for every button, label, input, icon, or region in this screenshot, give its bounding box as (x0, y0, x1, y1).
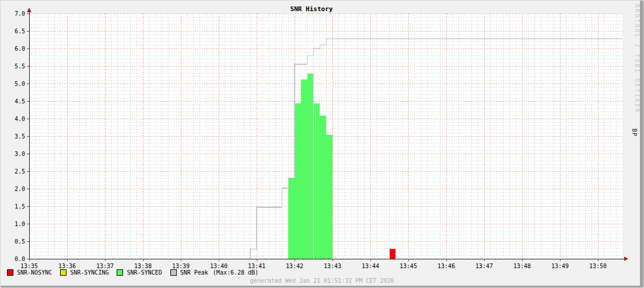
panel-edge-right (640, 1, 643, 287)
legend-label: SNR Peak (180, 269, 208, 276)
y-tick-label: 4.5 (15, 98, 25, 105)
rrdtool-graph-panel: SNR History 13:3513:3613:3713:3813:3913:… (0, 0, 644, 288)
x-tick-label: 13:38 (134, 263, 152, 269)
x-tick-label: 13:44 (362, 263, 379, 269)
x-tick-label: 13:48 (513, 263, 531, 269)
y-tick-label: 4.0 (15, 116, 25, 122)
y-tick-label: 6.5 (15, 28, 25, 34)
y-tick-label: 1.5 (15, 203, 25, 210)
chart-legend: SNR-NOSYNCSNR-SYNCINGSNR-SYNCEDSNR Peak(… (7, 269, 267, 276)
x-tick-label: 13:46 (438, 263, 455, 269)
x-axis-arrow (624, 256, 628, 261)
bar-snr-synced-13:42:00 (295, 103, 301, 259)
snr-history-chart: 13:3513:3613:3713:3813:3913:4013:4113:42… (1, 1, 643, 287)
y-tick-label: 3.0 (15, 151, 25, 157)
y-tick-label: 7.0 (15, 11, 25, 17)
x-tick-label: 13:47 (475, 263, 493, 269)
bar-snr-synced-13:42:30 (314, 103, 320, 259)
bar-snr-synced-13:41:50 (288, 178, 295, 259)
legend-label: SNR-NOSYNC (17, 269, 52, 276)
legend-label: SNR-SYNCING (70, 269, 108, 276)
y-tick-label: 3.5 (15, 133, 25, 140)
legend-max-note: (Max:6.28 dB) (213, 269, 258, 276)
legend-swatch-snr-synced (117, 269, 123, 276)
x-tick-label: 13:40 (210, 263, 228, 269)
legend-item-snr-synced: SNR-SYNCED (117, 269, 162, 276)
bar-snr-synced-13:42:10 (301, 79, 307, 259)
x-tick-label: 13:39 (172, 263, 190, 269)
series-snr-nosync (390, 249, 396, 259)
x-tick-label: 13:45 (400, 263, 417, 269)
y-tick-label: 5.5 (15, 63, 25, 70)
x-tick-label: 13:37 (96, 263, 114, 269)
y-tick-label: 2.5 (15, 168, 25, 175)
y-tick-label: 5.0 (15, 81, 25, 87)
y-tick-label: 1.0 (15, 221, 25, 227)
legend-item-snr-syncing: SNR-SYNCING (60, 269, 108, 276)
bar-snr-synced-13:42:40 (320, 116, 326, 259)
legend-label: SNR-SYNCED (127, 269, 162, 276)
legend-swatch-snr-nosync (7, 269, 13, 276)
x-tick-label: 13:49 (551, 263, 569, 269)
y-tick-label: 0.0 (15, 256, 25, 262)
y-tick-label: 0.5 (15, 238, 25, 245)
x-tick-label: 13:36 (58, 263, 76, 269)
bar-snr-nosync-13:44:30 (390, 249, 396, 259)
x-tick-label: 13:42 (286, 263, 303, 269)
panel-edge-bottom (1, 286, 643, 287)
legend-item-snr-nosync: SNR-NOSYNC (7, 269, 52, 276)
legend-swatch-snr-syncing (60, 269, 66, 276)
bar-snr-synced-13:42:20 (307, 74, 314, 259)
right-axis-label: BP (631, 129, 638, 137)
legend-item-snr peak: SNR Peak(Max:6.28 dB) (170, 269, 258, 276)
x-tick-label: 13:35 (20, 263, 38, 269)
generated-timestamp: generated Wed Jan 21 01:51:32 PM CET 202… (1, 277, 643, 284)
x-tick-label: 13:43 (324, 263, 341, 269)
bar-snr-synced-13:42:50 (326, 135, 332, 259)
legend-swatch-snr peak (170, 269, 177, 276)
x-tick-label: 13:41 (248, 263, 265, 269)
y-tick-label: 6.0 (15, 46, 25, 52)
y-axis-arrow (27, 8, 32, 12)
x-tick-label: 13:50 (589, 263, 607, 269)
y-tick-label: 2.0 (15, 186, 25, 192)
